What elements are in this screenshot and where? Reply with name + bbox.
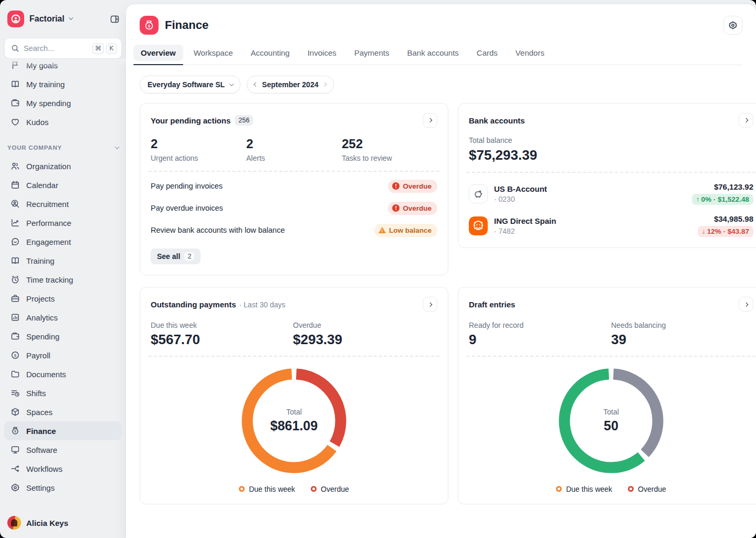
sidebar-item-time-tracking[interactable]: Time tracking bbox=[4, 270, 122, 289]
next-month-icon[interactable] bbox=[322, 82, 327, 87]
tab-workspace[interactable]: Workspace bbox=[193, 44, 234, 65]
divider bbox=[149, 356, 439, 357]
outstanding-payments-open-button[interactable] bbox=[423, 297, 437, 312]
personal-nav: My goalsMy trainingMy spendingKudos bbox=[4, 56, 122, 131]
account-name: ING Direct Spain bbox=[494, 216, 556, 225]
sidebar-item-label: Engagement bbox=[26, 237, 71, 246]
account-number: · 0230 bbox=[494, 195, 547, 203]
prev-month-icon[interactable] bbox=[254, 82, 258, 87]
badge-label: Overdue bbox=[403, 204, 432, 212]
pending-action-row[interactable]: Pay pending invoices!Overdue bbox=[151, 175, 437, 197]
sidebar-item-my-training[interactable]: My training bbox=[4, 75, 122, 94]
bank-accounts-open-button[interactable] bbox=[739, 113, 753, 128]
filters-row: Everyday Software SL September 2024 bbox=[126, 65, 756, 94]
sidebar-item-analytics[interactable]: Analytics bbox=[4, 308, 122, 327]
tabs-row: OverviewWorkspaceAccountingInvoicesPayme… bbox=[140, 44, 742, 65]
legend-item-overdue: Overdue bbox=[311, 485, 349, 493]
sidebar-item-label: Shifts bbox=[26, 389, 46, 398]
account-balance: $34,985.98 bbox=[698, 214, 753, 223]
sidebar-item-payroll[interactable]: $Payroll bbox=[4, 346, 122, 365]
donut-center-value: $861.09 bbox=[270, 418, 318, 433]
overdue-badge: !Overdue bbox=[388, 202, 437, 215]
stat-needs-balancing: Needs balancing 39 bbox=[611, 321, 753, 347]
company-filter-label: Everyday Software SL bbox=[148, 80, 225, 89]
company-filter-dropdown[interactable]: Everyday Software SL bbox=[140, 76, 240, 94]
sidebar-item-spending[interactable]: Spending bbox=[4, 327, 122, 346]
sidebar-item-label: My goals bbox=[26, 61, 58, 70]
draft-entries-card: Draft entries Ready for record 9 Needs b… bbox=[458, 287, 756, 504]
briefcase-icon bbox=[10, 294, 20, 303]
see-all-button[interactable]: See all 2 bbox=[151, 249, 201, 264]
see-all-count: 2 bbox=[184, 252, 194, 261]
pending-action-row[interactable]: Pay overdue invoices!Overdue bbox=[151, 197, 437, 219]
sidebar-item-label: Calendar bbox=[26, 181, 58, 190]
sidebar-item-finance[interactable]: $Finance bbox=[4, 421, 122, 440]
tab-invoices[interactable]: Invoices bbox=[307, 44, 338, 65]
outstanding-payments-title: Outstanding payments· Last 30 days bbox=[151, 300, 285, 309]
tab-vendors[interactable]: Vendors bbox=[514, 44, 545, 65]
sidebar-item-training[interactable]: Training bbox=[4, 251, 122, 270]
period-filter[interactable]: September 2024 bbox=[247, 76, 334, 94]
donut-center-label: Total bbox=[286, 408, 302, 416]
see-all-label: See all bbox=[157, 252, 180, 261]
badge-label: Overdue bbox=[403, 182, 432, 190]
sidebar-item-recruitment[interactable]: Recruitment bbox=[4, 194, 122, 213]
bank-account-row[interactable]: US B-Account · 0230$76,123.92 ↑ 0% · $1,… bbox=[469, 182, 753, 205]
sidebar-item-shifts[interactable]: Shifts bbox=[4, 384, 122, 402]
tab-accounting[interactable]: Accounting bbox=[249, 44, 290, 65]
sidebar-item-projects[interactable]: Projects bbox=[4, 289, 122, 308]
sidebar-item-engagement[interactable]: Engagement bbox=[4, 232, 122, 251]
tab-label: Bank accounts bbox=[407, 48, 458, 57]
company-section-header[interactable]: YOUR COMPANY bbox=[4, 139, 122, 157]
bank-account-row[interactable]: ING Direct Spain · 7482$34,985.98 ↓ 12% … bbox=[469, 214, 753, 237]
settings-gear-button[interactable] bbox=[723, 16, 742, 35]
user-menu[interactable]: Alicia Keys bbox=[4, 511, 122, 538]
gear-icon bbox=[728, 20, 738, 30]
drafts-donut-chart: Total 50 bbox=[559, 368, 664, 473]
legend-label: Overdue bbox=[638, 485, 666, 493]
factorial-finance-app: { "sidebar": { "brand": { "name": "Facto… bbox=[0, 0, 756, 538]
sidebar-item-label: Finance bbox=[26, 427, 56, 436]
tab-overview[interactable]: Overview bbox=[140, 44, 177, 65]
pending-action-label: Review bank accounts with low balance bbox=[151, 226, 285, 234]
heart-icon bbox=[10, 117, 20, 127]
sidebar-item-organization[interactable]: Organization bbox=[4, 157, 122, 175]
sidebar-item-my-spending[interactable]: My spending bbox=[4, 94, 122, 112]
sidebar-item-settings[interactable]: Settings bbox=[4, 478, 122, 497]
section-chevron-down-icon bbox=[115, 145, 119, 149]
sidebar-collapse-icon[interactable] bbox=[110, 14, 120, 24]
sidebar-item-label: Software bbox=[26, 446, 57, 454]
stat-urgent-actions: 2 Urgent actions bbox=[151, 137, 246, 162]
brand-chevron-down-icon[interactable] bbox=[69, 16, 73, 20]
sidebar-item-label: Spaces bbox=[26, 408, 52, 417]
draft-entries-title: Draft entries bbox=[469, 300, 515, 309]
tab-cards[interactable]: Cards bbox=[476, 44, 499, 65]
book-open-icon bbox=[10, 256, 20, 265]
account-balance-block: $76,123.92 ↑ 0% · $1,522.48 bbox=[692, 182, 753, 205]
total-balance-label: Total balance bbox=[469, 136, 753, 144]
pending-actions-open-button[interactable] bbox=[423, 113, 437, 128]
draft-entries-open-button[interactable] bbox=[739, 297, 753, 312]
page-title: Finance bbox=[165, 18, 208, 32]
chevron-right-icon bbox=[428, 118, 432, 122]
pending-action-label: Pay pending invoices bbox=[151, 182, 223, 190]
sidebar-item-workflows[interactable]: Workflows bbox=[4, 459, 122, 478]
donut-center-label: Total bbox=[603, 408, 619, 416]
sidebar-item-kudos[interactable]: Kudos bbox=[4, 112, 122, 131]
sidebar-item-performance[interactable]: Performance bbox=[4, 213, 122, 232]
alert-circle-icon: ! bbox=[392, 182, 400, 190]
main-panel: $ Finance OverviewWorkspaceAccountingInv… bbox=[126, 4, 756, 538]
tab-payments[interactable]: Payments bbox=[353, 44, 391, 65]
sidebar-item-spaces[interactable]: Spaces bbox=[4, 402, 122, 421]
tab-bank-accounts[interactable]: Bank accounts bbox=[406, 44, 459, 65]
search-input[interactable]: Search... ⌘ K bbox=[4, 38, 122, 59]
pending-action-row[interactable]: Review bank accounts with low balanceLow… bbox=[151, 219, 437, 241]
tab-label: Payments bbox=[354, 48, 390, 57]
action-rows: Pay pending invoices!OverduePay overdue … bbox=[151, 175, 437, 241]
overdue-badge: !Overdue bbox=[388, 180, 437, 193]
sidebar-item-documents[interactable]: Documents bbox=[4, 365, 122, 384]
trend-chart-icon bbox=[10, 218, 20, 227]
chat-smile-icon bbox=[10, 237, 20, 246]
sidebar-item-software[interactable]: Software bbox=[4, 440, 122, 459]
sidebar-item-calendar[interactable]: Calendar bbox=[4, 175, 122, 194]
